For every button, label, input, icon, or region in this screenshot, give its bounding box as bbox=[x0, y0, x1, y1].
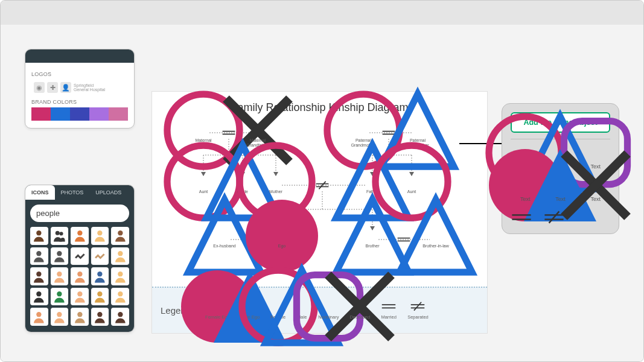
logo-text: Springfield General Hospital bbox=[74, 83, 105, 92]
app-stage: LOGOS ◉ ✚ 👤 Springfield General Hospital… bbox=[0, 0, 644, 362]
icon-result[interactable] bbox=[51, 288, 69, 306]
tool-deceased[interactable]: Text bbox=[581, 178, 610, 202]
legend: Legend Female Ego Male Ego Female Male N… bbox=[152, 287, 487, 333]
icon-result[interactable] bbox=[30, 288, 48, 306]
icon-result[interactable] bbox=[30, 308, 48, 326]
logos-label: LOGOS bbox=[31, 71, 128, 77]
icon-result[interactable] bbox=[71, 267, 89, 285]
brand-panel-header bbox=[25, 49, 134, 63]
icon-result[interactable] bbox=[91, 227, 109, 245]
icon-result[interactable] bbox=[51, 267, 69, 285]
shape-toolbox: Add the same object Text Text Text Text … bbox=[502, 103, 619, 234]
icon-result[interactable] bbox=[71, 308, 89, 326]
icon-result[interactable] bbox=[71, 247, 89, 265]
icon-result[interactable] bbox=[51, 308, 69, 326]
swatch[interactable] bbox=[51, 107, 70, 121]
canvas-area: LOGOS ◉ ✚ 👤 Springfield General Hospital… bbox=[1, 25, 643, 361]
swatch[interactable] bbox=[31, 107, 51, 121]
icon-result[interactable] bbox=[30, 267, 48, 285]
tool-separated[interactable] bbox=[543, 211, 565, 224]
icon-result[interactable] bbox=[91, 247, 109, 265]
tab-photos[interactable]: PHOTOS bbox=[55, 185, 90, 200]
logo-chip-camera-icon: ◉ bbox=[34, 82, 45, 93]
node-brother-in-law[interactable]: Brother-in-law bbox=[418, 230, 454, 249]
legend-married: Married bbox=[381, 301, 397, 320]
icon-result[interactable] bbox=[51, 227, 69, 245]
icon-result[interactable] bbox=[91, 308, 109, 326]
icon-result[interactable] bbox=[30, 247, 48, 265]
legend-deceased: Deceased bbox=[349, 301, 370, 320]
logo-chip-person-icon: 👤 bbox=[60, 82, 71, 93]
swatch[interactable] bbox=[70, 107, 89, 121]
icon-result[interactable] bbox=[111, 227, 129, 245]
legend-separated: Separated bbox=[407, 301, 429, 320]
icon-result[interactable] bbox=[91, 288, 109, 306]
tab-icons[interactable]: ICONS bbox=[25, 185, 55, 200]
tool-married[interactable] bbox=[511, 211, 532, 224]
icon-result[interactable] bbox=[71, 227, 89, 245]
top-chrome-bar bbox=[1, 1, 643, 25]
icon-result[interactable] bbox=[30, 227, 48, 245]
icon-grid bbox=[30, 227, 129, 326]
icon-result[interactable] bbox=[51, 247, 69, 265]
swatch[interactable] bbox=[89, 107, 109, 121]
icon-result[interactable] bbox=[91, 267, 109, 285]
logo-chip-plus-icon: ✚ bbox=[47, 82, 58, 93]
icon-result[interactable] bbox=[71, 288, 89, 306]
